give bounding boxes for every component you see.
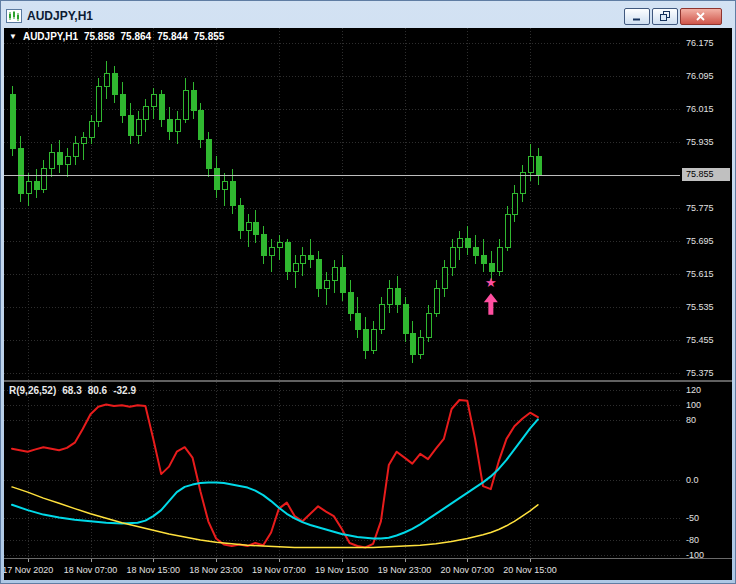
buy-signal-star-icon: ★ <box>485 275 497 290</box>
window-titlebar[interactable]: AUDJPY,H1 <box>4 4 732 28</box>
time-axis[interactable]: 17 Nov 202018 Nov 07:0018 Nov 15:0018 No… <box>4 558 732 580</box>
indicator-tick-label: 80 <box>686 415 696 425</box>
time-tick-label: 20 Nov 07:00 <box>434 565 500 575</box>
indicator-tick-label: -50 <box>686 513 699 523</box>
chart-window: AUDJPY,H1 ★ ▼ AUDJPY,H1 75.858 75.864 75… <box>0 0 736 584</box>
close-button[interactable] <box>680 8 722 25</box>
indicator-tick-label: 0.0 <box>686 475 699 485</box>
indicator-value-3: -32.9 <box>113 385 136 396</box>
ohlc-high: 75.864 <box>121 31 152 42</box>
indicator-value-1: 68.3 <box>62 385 81 396</box>
ohlc-symbol: AUDJPY,H1 <box>23 31 78 42</box>
time-axis-tick <box>91 559 92 562</box>
time-axis-tick <box>216 559 217 562</box>
chart-client-area: ★ ▼ AUDJPY,H1 75.858 75.864 75.844 75.85… <box>4 28 732 580</box>
indicator-grid <box>4 382 680 558</box>
time-axis-tick <box>28 559 29 562</box>
indicator-subwindow[interactable] <box>4 382 680 558</box>
indicator-line-r-slow <box>12 487 538 548</box>
candlestick-series <box>10 61 541 362</box>
indicator-tick-label: -80 <box>686 535 699 545</box>
price-tick-label: 75.695 <box>686 236 714 246</box>
time-axis-tick <box>405 559 406 562</box>
indicator-axis[interactable]: 120100800.0-50-80-100 <box>680 382 732 558</box>
current-price-badge: 75.855 <box>682 168 730 181</box>
indicator-line-r-fast <box>12 400 538 548</box>
time-tick-label: 17 Nov 2020 <box>4 565 61 575</box>
restore-button[interactable] <box>652 8 678 25</box>
ohlc-close: 75.855 <box>194 31 225 42</box>
price-tick-label: 75.615 <box>686 269 714 279</box>
main-price-chart[interactable]: ★ <box>4 28 680 380</box>
time-axis-tick <box>530 559 531 562</box>
indicator-value-2: 80.6 <box>88 385 107 396</box>
time-tick-label: 18 Nov 07:00 <box>58 565 124 575</box>
price-tick-label: 76.015 <box>686 104 714 114</box>
time-axis-tick <box>153 559 154 562</box>
price-tick-label: 75.935 <box>686 137 714 147</box>
time-axis-tick <box>279 559 280 562</box>
time-tick-label: 19 Nov 15:00 <box>309 565 375 575</box>
minimize-button[interactable] <box>624 8 650 25</box>
time-tick-label: 20 Nov 15:00 <box>497 565 563 575</box>
indicator-header: R(9,26,52) 68.3 80.6 -32.9 <box>9 385 136 396</box>
time-tick-label: 18 Nov 23:00 <box>183 565 249 575</box>
buy-signal-arrow-icon <box>484 293 498 314</box>
time-tick-label: 19 Nov 07:00 <box>246 565 312 575</box>
price-tick-label: 76.175 <box>686 38 714 48</box>
price-tick-label: 75.455 <box>686 335 714 345</box>
indicator-tick-label: 120 <box>686 385 701 395</box>
price-axis[interactable]: 75.855 76.17576.09576.01575.93575.85575.… <box>680 28 732 380</box>
window-title: AUDJPY,H1 <box>27 9 93 23</box>
indicator-tick-label: 100 <box>686 400 701 410</box>
price-tick-label: 76.095 <box>686 71 714 81</box>
time-axis-tick <box>342 559 343 562</box>
indicator-name: R(9,26,52) <box>9 385 56 396</box>
price-tick-label: 75.775 <box>686 203 714 213</box>
price-tick-label: 75.375 <box>686 368 714 378</box>
time-tick-label: 18 Nov 15:00 <box>120 565 186 575</box>
symbol-dropdown-icon[interactable]: ▼ <box>9 32 17 41</box>
chart-window-icon <box>6 9 22 23</box>
ohlc-header: ▼ AUDJPY,H1 75.858 75.864 75.844 75.855 <box>9 31 224 42</box>
ohlc-low: 75.844 <box>157 31 188 42</box>
price-tick-label: 75.535 <box>686 302 714 312</box>
time-tick-label: 19 Nov 23:00 <box>372 565 438 575</box>
time-axis-tick <box>467 559 468 562</box>
ohlc-open: 75.858 <box>84 31 115 42</box>
